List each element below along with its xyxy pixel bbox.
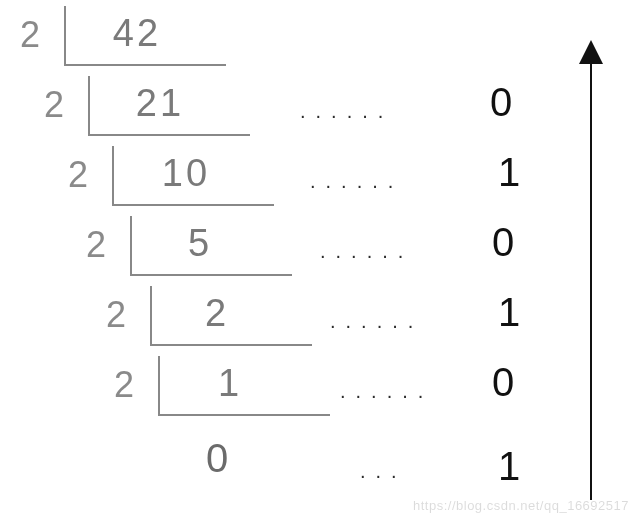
divisor: 2 <box>86 224 107 266</box>
dots: ······ <box>300 104 393 127</box>
arrow-line <box>590 58 592 500</box>
remainder: 0 <box>492 220 514 265</box>
dots: ······ <box>330 314 423 337</box>
remainder: 1 <box>498 444 520 489</box>
divisor: 2 <box>106 294 127 336</box>
divisor: 2 <box>68 154 89 196</box>
final-quotient: 0 <box>206 436 228 481</box>
divisor: 2 <box>114 364 135 406</box>
watermark-text: https://blog.csdn.net/qq_16692517 <box>413 498 629 513</box>
remainder: 1 <box>498 150 520 195</box>
remainder: 1 <box>498 290 520 335</box>
dividend: 10 <box>146 152 226 195</box>
dots: ······ <box>340 384 433 407</box>
remainder: 0 <box>492 360 514 405</box>
dots: ······ <box>310 174 403 197</box>
dots: ······ <box>320 244 413 267</box>
dots: ··· <box>360 464 407 487</box>
remainder: 0 <box>490 80 512 125</box>
divisor: 2 <box>20 14 41 56</box>
dividend: 42 <box>92 12 182 55</box>
divisor: 2 <box>44 84 65 126</box>
dividend: 1 <box>210 362 250 405</box>
division-ladder-diagram: 2 42 2 21 ······ 0 2 10 ······ 1 2 5 ···… <box>0 0 639 519</box>
dividend: 2 <box>192 292 242 335</box>
dividend: 21 <box>120 82 200 125</box>
dividend: 5 <box>170 222 230 265</box>
read-direction-arrow <box>571 40 611 500</box>
